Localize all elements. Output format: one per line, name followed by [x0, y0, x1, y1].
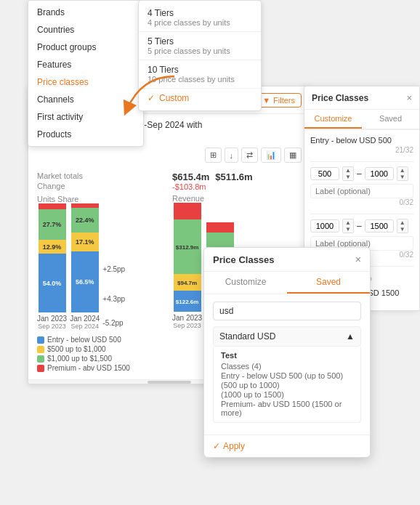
- bar-seg-1-1: 12.9%: [39, 240, 66, 254]
- spin-2-to[interactable]: ▲ ▼: [397, 219, 408, 233]
- bar-stack-2: 56.5% 17.1% 22.4%: [71, 203, 99, 312]
- range-1-to[interactable]: [365, 167, 394, 180]
- spin-1-to[interactable]: ▲ ▼: [397, 166, 408, 181]
- panel-toolbar: ⊞ ↓ ⇄ 📊 ▦: [28, 145, 310, 166]
- bar-seg-2-2: 22.4%: [71, 208, 99, 233]
- spin-down-1-to[interactable]: ▼: [397, 174, 408, 180]
- chevron-up-icon: ▲: [346, 331, 355, 342]
- bar-seg-1-2: 27.7%: [39, 209, 66, 240]
- saved-group-content: Test Classes (4) Entry - below USD 500 (…: [213, 347, 361, 423]
- modal-close-button[interactable]: ×: [355, 254, 361, 265]
- apply-button[interactable]: ✓ Apply: [213, 441, 245, 451]
- chart-legend: Entry - below USD 500 $500 up to $1,000 …: [37, 336, 166, 372]
- spin-1-from[interactable]: ▲ ▼: [342, 166, 354, 181]
- sidebar-item-channels[interactable]: Channels: [28, 91, 143, 108]
- spin-up-1-to[interactable]: ▲: [397, 167, 408, 174]
- bar-seg-2-1: 17.1%: [71, 233, 99, 251]
- spin-up-1[interactable]: ▲: [343, 167, 353, 174]
- legend-color-2: [37, 355, 44, 363]
- range-1-from[interactable]: [310, 167, 339, 180]
- market-change-label: Change: [37, 182, 166, 190]
- tier-custom[interactable]: ✓ Custom: [139, 89, 261, 108]
- sidebar-dropdown: Brands Countries Product groups Features…: [28, 0, 144, 147]
- settings-btn[interactable]: ⇄: [241, 148, 258, 163]
- check-icon: ✓: [148, 93, 155, 103]
- rev-bar-stack-1: $122.6m $94.7m $312.9m: [174, 203, 201, 312]
- rev-seg-1-2: $312.9m: [174, 219, 201, 274]
- tier-5[interactable]: 5 Tiers 5 price classes by units: [139, 32, 261, 60]
- legend-item-1: $500 up to $1,000: [37, 345, 166, 353]
- tier-10[interactable]: 10 Tiers 10 price classes by units: [139, 60, 261, 89]
- rp-close-button[interactable]: ×: [406, 92, 412, 103]
- saved-group: Standard USD ▲ Test Classes (4) Entry - …: [213, 326, 361, 423]
- filters-button[interactable]: ▼ Filters: [256, 93, 302, 108]
- rev-seg-1-3: [174, 203, 201, 219]
- sidebar-item-brands[interactable]: Brands: [28, 4, 143, 21]
- rp-tabs: Customize Saved: [304, 110, 419, 130]
- market-totals-label: Market totals: [37, 171, 166, 180]
- sidebar-item-products[interactable]: Products: [28, 126, 143, 143]
- revenue-totals: $615.4m $511.6m -$103.8m: [172, 171, 302, 191]
- tab-saved[interactable]: Saved: [287, 272, 370, 294]
- scrollbar-thumb: [148, 381, 191, 384]
- diff-column: +2.5pp +4.3pp -5.2pp: [102, 221, 125, 330]
- sidebar-item-product-groups[interactable]: Product groups: [28, 39, 143, 56]
- modal-header: Price Classes ×: [204, 248, 370, 272]
- range-2-to[interactable]: [365, 219, 394, 233]
- spin-2-from[interactable]: ▲ ▼: [342, 219, 354, 233]
- bar-stack-1: 54.0% 12.9% 27.7%: [39, 203, 66, 312]
- sidebar-item-countries[interactable]: Countries: [28, 21, 143, 39]
- modal-title: Price Classes: [213, 254, 275, 265]
- bar-sublabel-1: Sep 2023: [38, 323, 66, 330]
- tab-customize[interactable]: Customize: [204, 272, 287, 294]
- bar-seg-1-3: [39, 203, 66, 209]
- rp-title: Price Classes: [312, 93, 368, 103]
- saved-group-header[interactable]: Standard USD ▲: [213, 326, 361, 347]
- check-icon: ✓: [213, 441, 220, 451]
- modal-tabs: Customize Saved: [204, 272, 370, 294]
- modal-footer: ✓ Apply: [204, 435, 370, 457]
- spin-down-2-to[interactable]: ▼: [397, 226, 408, 233]
- spin-up-2[interactable]: ▲: [343, 219, 353, 226]
- divider-1: [310, 161, 413, 162]
- legend-color-0: [37, 336, 44, 344]
- bar-seg-2-0: 56.5%: [71, 251, 99, 312]
- grid-btn[interactable]: ▦: [284, 148, 302, 163]
- divider-2: [310, 214, 413, 214]
- pc-entry: Entry - below USD 500 21/32: [310, 136, 413, 154]
- rev-change-label: -$103.8m: [172, 182, 302, 191]
- rev-bar-group-1: $122.6m $94.7m $312.9m Jan 2023 Sep 2023: [172, 203, 202, 329]
- spin-down-1[interactable]: ▼: [343, 174, 353, 180]
- bar-chart-btn[interactable]: 📊: [261, 148, 281, 163]
- spin-down-2[interactable]: ▼: [343, 226, 353, 233]
- revenue-chart-title: Revenue: [172, 194, 302, 203]
- sidebar-item-first-activity[interactable]: First activity: [28, 108, 143, 126]
- sidebar-item-features[interactable]: Features: [28, 56, 143, 73]
- label-1-input[interactable]: [310, 184, 413, 198]
- legend-item-2: $1,000 up to $1,500: [37, 355, 166, 363]
- bar-sublabel-2: Sep 2024: [70, 323, 99, 330]
- bar-label-2: Jan 2024: [70, 315, 100, 323]
- bar-group-2: 56.5% 17.1% 22.4% Jan 2024 Sep 2024: [70, 203, 100, 330]
- tier-4[interactable]: 4 Tiers 4 price classes by units: [139, 4, 261, 32]
- layout-btn-1[interactable]: ⊞: [205, 148, 222, 163]
- spin-up-2-to[interactable]: ▲: [397, 219, 408, 226]
- bar-chart-container: 54.0% 12.9% 27.7% Jan 2023 Sep 2023: [37, 206, 166, 330]
- sidebar-item-price-classes[interactable]: Price classes: [28, 73, 143, 91]
- range-2: ▲ ▼ – ▲ ▼: [310, 219, 413, 233]
- price-classes-modal: Price Classes × Customize Saved Standard…: [203, 247, 371, 458]
- search-input[interactable]: [213, 302, 361, 320]
- entry-label: Entry - below USD 500: [310, 136, 413, 145]
- rev-bar-sublabel-1: Sep 2023: [173, 322, 201, 329]
- rev-total2-label: $511.6m: [215, 171, 252, 182]
- rp-tab-customize[interactable]: Customize: [304, 110, 362, 129]
- range-2-from[interactable]: [310, 219, 339, 233]
- filter-icon: ▼: [262, 96, 270, 105]
- diff-3: -5.2pp: [102, 319, 125, 327]
- modal-body: Standard USD ▲ Test Classes (4) Entry - …: [204, 294, 370, 435]
- rev-seg-2-3: [206, 222, 234, 233]
- rp-tab-saved[interactable]: Saved: [362, 110, 419, 129]
- tier-dropdown: 4 Tiers 4 price classes by units 5 Tiers…: [138, 0, 262, 111]
- download-btn[interactable]: ↓: [225, 148, 239, 163]
- legend-item-3: Premium - abv USD 1500: [37, 364, 166, 372]
